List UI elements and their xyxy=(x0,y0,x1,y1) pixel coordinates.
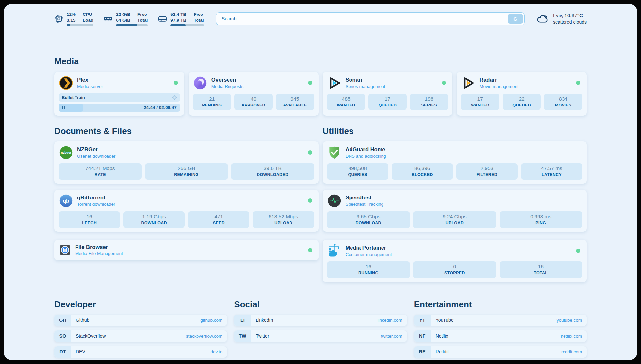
plex-subtitle: Media server xyxy=(77,84,103,90)
status-dot xyxy=(308,81,312,85)
bookmark-url: youtube.com xyxy=(557,318,582,323)
sonarr-icon xyxy=(327,76,342,90)
stat-wanted: 17 WANTED xyxy=(461,94,499,110)
bookmark-badge: NF xyxy=(414,330,431,342)
speedtest-card[interactable]: Speedtest Speedtest Tracking 9.65 Gbps D… xyxy=(323,190,587,232)
status-dot xyxy=(576,81,580,85)
bookmark-dev[interactable]: DT DEV dev.to xyxy=(54,346,227,358)
cloud-icon xyxy=(536,14,549,24)
ram-icon xyxy=(103,14,113,24)
bookmark-twitter[interactable]: TW Twitter twitter.com xyxy=(234,330,407,342)
bookmark-github[interactable]: GH Github github.com xyxy=(54,315,227,326)
stat-filtered: 2,953 FILTERED xyxy=(456,163,518,180)
qbittorrent-card[interactable]: qb qBittorrent Torrent downloader 16 LEE… xyxy=(54,190,319,232)
playback-time: 24:44 / 02:06:47 xyxy=(144,105,177,110)
social-section-heading: Social xyxy=(234,299,407,310)
filebrowser-subtitle: Media File Management xyxy=(75,251,123,257)
developer-column: Developer GH Github github.com SO StackO… xyxy=(54,299,227,358)
bookmark-badge: TW xyxy=(234,330,251,342)
svg-text:nzbget: nzbget xyxy=(61,151,72,154)
qbittorrent-subtitle: Torrent downloader xyxy=(77,201,115,207)
stat-upload: 9.24 Gbps UPLOAD xyxy=(413,211,496,228)
portainer-icon xyxy=(327,244,342,258)
stat-total: 16 TOTAL xyxy=(500,261,583,278)
bookmark-reddit[interactable]: RE Reddit reddit.com xyxy=(414,346,587,358)
stat-rate: 744.21 Mbps RATE xyxy=(59,163,142,180)
now-playing-row: Bullet Train xyxy=(59,93,180,102)
bookmark-name: Netflix xyxy=(436,333,448,339)
bookmark-badge: GH xyxy=(54,315,71,326)
stat-latency: 47.57 ms LATENCY xyxy=(521,163,582,180)
cpu-usage-value: 12% xyxy=(67,12,76,17)
plex-title: Plex xyxy=(77,76,103,83)
ram-total-label: Total xyxy=(137,17,148,23)
sonarr-card[interactable]: Sonarr Series management 485 WANTED 17 Q… xyxy=(323,72,453,116)
top-bar: 12% 3.15 CPU Load xyxy=(54,11,587,27)
bookmark-url: netflix.com xyxy=(561,334,582,339)
bookmark-stackoverflow[interactable]: SO StackOverflow stackoverflow.com xyxy=(54,330,227,342)
radarr-title: Radarr xyxy=(479,76,519,83)
media-grid: Plex Media server Bullet Train 24:44 / 0… xyxy=(54,72,587,116)
utilities-column: Utilities AdGuard Home DNS and adblock xyxy=(323,116,587,282)
bookmark-name: Twitter xyxy=(256,333,269,339)
stat-queries: 498,508 QUERIES xyxy=(327,163,388,180)
documents-section-heading: Documents & Files xyxy=(54,126,319,137)
search-input[interactable] xyxy=(216,12,525,25)
cpu-widget: 12% 3.15 CPU Load xyxy=(54,12,93,26)
developer-section-heading: Developer xyxy=(54,299,227,310)
status-dot xyxy=(442,81,446,85)
nzbget-icon: nzbget xyxy=(59,145,73,160)
ram-free-label: Free xyxy=(137,12,148,17)
system-widgets: 12% 3.15 CPU Load xyxy=(54,12,204,26)
ram-free-value: 22 GiB xyxy=(116,12,130,17)
status-dot xyxy=(308,150,312,155)
adguard-icon xyxy=(327,145,342,160)
status-dot xyxy=(576,249,580,253)
overseerr-card[interactable]: Overseerr Media Requests 21 PENDING 40 A… xyxy=(189,72,319,116)
nzbget-card[interactable]: nzbget NZBGet Usenet downloader 744.21 M… xyxy=(54,141,319,184)
nzbget-subtitle: Usenet downloader xyxy=(77,153,115,159)
radarr-subtitle: Movie management xyxy=(479,84,519,90)
bookmarks-grid: Developer GH Github github.com SO StackO… xyxy=(54,299,587,358)
bookmark-name: Github xyxy=(76,318,89,323)
weather-widget: Lviv, 16.87°C scattered clouds xyxy=(536,12,587,25)
stat-upload: 618.52 Mbps UPLOAD xyxy=(253,211,314,228)
weather-condition: scattered clouds xyxy=(553,19,587,25)
disk-progress-bar xyxy=(170,24,204,26)
stat-leech: 16 LEECH xyxy=(59,211,120,228)
bookmark-name: YouTube xyxy=(436,318,454,323)
stat-pending: 21 PENDING xyxy=(193,94,231,110)
documents-column: Documents & Files nzbget NZBGet Usenet d… xyxy=(54,116,319,260)
plex-card[interactable]: Plex Media server Bullet Train 24:44 / 0… xyxy=(54,72,184,116)
bookmark-netflix[interactable]: NF Netflix netflix.com xyxy=(414,330,587,342)
adguard-title: AdGuard Home xyxy=(346,146,386,153)
bookmark-linkedin[interactable]: LI LinkedIn linkedin.com xyxy=(234,315,407,326)
disk-free-value: 52.4 TB xyxy=(170,12,186,17)
sonarr-subtitle: Series management xyxy=(346,84,385,90)
stat-remaining: 266 GB REMAINING xyxy=(145,163,228,180)
playback-progress-bar: 24:44 / 02:06:47 xyxy=(59,104,180,112)
ram-total-value: 64 GiB xyxy=(116,17,130,23)
gear-icon[interactable] xyxy=(172,95,177,100)
bookmark-badge: DT xyxy=(54,346,71,358)
radarr-card[interactable]: Radarr Movie management 17 WANTED 22 QUE… xyxy=(457,72,587,116)
stat-series: 196 SERIES xyxy=(410,94,448,110)
radarr-icon xyxy=(461,76,475,90)
qbittorrent-icon: qb xyxy=(59,194,73,208)
google-search-button[interactable]: G xyxy=(508,14,523,24)
bookmark-name: LinkedIn xyxy=(256,318,273,323)
disk-total-label: Total xyxy=(194,17,204,23)
portainer-card[interactable]: Media Portainer Container management 16 … xyxy=(323,240,587,282)
stat-wanted: 485 WANTED xyxy=(327,94,365,110)
bookmark-name: StackOverflow xyxy=(76,333,106,339)
stat-queued: 17 QUEUED xyxy=(368,94,407,110)
stat-stopped: 0 STOPPED xyxy=(413,261,496,278)
disk-total-value: 97.9 TB xyxy=(170,17,186,23)
bookmark-youtube[interactable]: YT YouTube youtube.com xyxy=(414,315,587,326)
bookmark-name: DEV xyxy=(76,349,85,354)
dashboard: 12% 3.15 CPU Load xyxy=(4,4,637,360)
portainer-subtitle: Container management xyxy=(346,252,392,258)
stat-download: 1.19 Gbps DOWNLOAD xyxy=(123,211,185,228)
filebrowser-card[interactable]: File Browser Media File Management xyxy=(54,240,319,260)
adguard-card[interactable]: AdGuard Home DNS and adblocking 498,508 … xyxy=(323,141,587,184)
